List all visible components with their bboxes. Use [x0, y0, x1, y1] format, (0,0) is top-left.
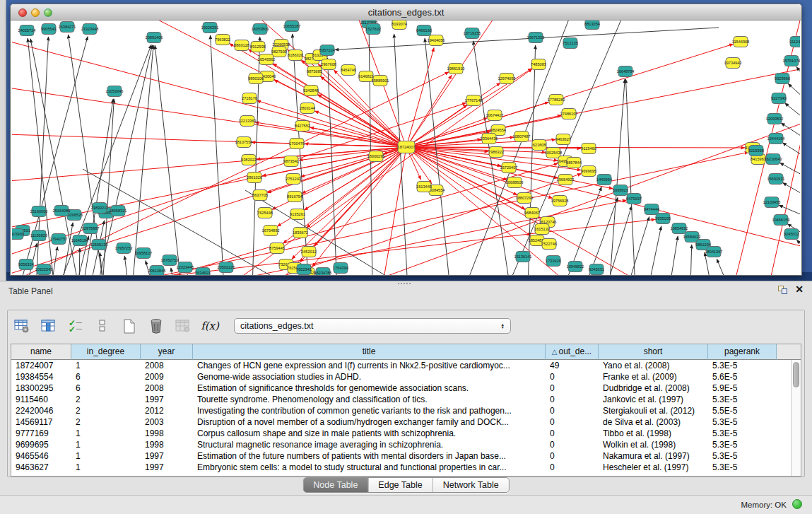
float-panel-icon[interactable]	[778, 286, 788, 295]
network-node[interactable]: 12323445	[177, 262, 194, 273]
network-node[interactable]: 9056324	[18, 259, 34, 270]
network-node[interactable]: 12444154	[767, 134, 785, 144]
table-cell[interactable]: 1997	[141, 394, 193, 405]
citation-edge-red[interactable]	[307, 147, 406, 228]
network-node[interactable]: 19734943	[724, 58, 742, 69]
table-cell[interactable]: Estimation of significance thresholds fo…	[193, 382, 546, 394]
citation-edge-black[interactable]	[155, 45, 182, 275]
table-cell[interactable]: 0	[546, 371, 599, 382]
network-node[interactable]: 9463627	[555, 134, 571, 145]
network-node[interactable]: 16234785	[314, 268, 332, 276]
table-cell[interactable]: 5.3E-5	[708, 450, 777, 462]
table-cell[interactable]: 0	[546, 439, 599, 450]
table-vertical-scrollbar[interactable]	[791, 360, 801, 476]
network-node[interactable]: 2967608	[321, 59, 336, 70]
table-cell[interactable]: 18724007	[11, 360, 71, 371]
table-cell[interactable]: 1998	[141, 428, 193, 439]
network-node[interactable]: 10854932	[671, 223, 688, 234]
network-node[interactable]: 9135261	[290, 209, 305, 220]
network-node[interactable]: 7634521	[195, 268, 211, 276]
table-row[interactable]: 977716911998Corpus callosum shape and si…	[11, 428, 791, 439]
network-node[interactable]: 6466160	[416, 25, 432, 36]
citation-edge-black[interactable]	[79, 248, 80, 275]
network-node[interactable]: 18041367	[705, 247, 723, 257]
network-node[interactable]: 16384271	[59, 22, 76, 33]
network-node[interactable]: 9115460	[581, 144, 596, 154]
network-node[interactable]: 1112480	[790, 37, 800, 47]
network-node[interactable]: 2935105	[655, 214, 671, 224]
table-cell[interactable]: Tibbo et al. (1998)	[599, 428, 708, 439]
scrollbar-thumb[interactable]	[793, 362, 799, 387]
network-node[interactable]: 8454749	[341, 65, 356, 76]
network-node[interactable]: 7986322	[488, 147, 504, 158]
network-node[interactable]: 1733426	[546, 256, 561, 267]
citation-edge-red[interactable]	[314, 111, 406, 147]
network-node[interactable]: 23364436	[481, 134, 498, 144]
network-node[interactable]: 8637705	[252, 190, 268, 201]
table-cell[interactable]: Wolkin et al. (1998)	[599, 439, 708, 450]
table-cell[interactable]: Yano et al. (2008)	[599, 360, 708, 371]
table-settings-button[interactable]	[12, 317, 32, 335]
network-node[interactable]: 11544908	[732, 37, 749, 47]
table-cell[interactable]: 2012	[141, 405, 193, 416]
network-node[interactable]: 20502226	[218, 262, 235, 273]
table-row[interactable]: 911546021997Tourette syndrome. Phenomeno…	[11, 394, 791, 405]
table-cell[interactable]: 6	[71, 371, 141, 382]
network-node[interactable]: 8215958	[748, 146, 764, 156]
network-node[interactable]: 5938923	[613, 185, 628, 196]
table-cell[interactable]: Structural magnetic resonance image aver…	[193, 439, 546, 450]
network-node[interactable]: 9827509	[271, 47, 287, 57]
table-cell[interactable]: 6	[71, 382, 141, 394]
network-node[interactable]: 12103455	[763, 197, 781, 208]
table-cell[interactable]: Estimation of the future numbers of pati…	[193, 450, 546, 462]
network-node[interactable]: 7625448	[257, 208, 273, 218]
table-cell[interactable]: 5.5E-5	[708, 405, 777, 416]
network-node[interactable]: 7652341	[296, 264, 312, 275]
table-cell[interactable]: 2008	[141, 360, 193, 371]
network-node[interactable]: 17942757	[50, 234, 68, 245]
network-node[interactable]: 19756928	[551, 196, 569, 206]
network-node[interactable]: 1527602	[365, 24, 381, 35]
network-node[interactable]: 1615132	[534, 224, 550, 235]
table-cell[interactable]: 0	[546, 428, 599, 439]
column-header-name[interactable]: name	[11, 344, 71, 360]
table-row[interactable]: 969969511998Structural magnetic resonanc…	[11, 439, 791, 450]
table-cell[interactable]: 9465546	[11, 450, 71, 462]
table-cell[interactable]: 19384554	[11, 371, 71, 382]
network-node[interactable]: 11156829	[30, 230, 47, 241]
network-node[interactable]: 9227343	[771, 93, 787, 104]
network-node[interactable]: 2452012	[301, 247, 317, 257]
delete-table-button[interactable]	[146, 317, 166, 335]
citation-edge-black[interactable]	[648, 226, 661, 275]
table-row[interactable]: 1456911722003Disruption of a novel membe…	[11, 416, 791, 428]
network-node[interactable]: 12093832	[766, 114, 784, 124]
network-node[interactable]: 7522746	[541, 239, 557, 250]
citation-edge-red[interactable]	[54, 219, 655, 275]
citation-edge-red[interactable]	[12, 147, 406, 182]
citation-edge-black[interactable]	[717, 259, 729, 275]
network-node[interactable]: 9857844	[566, 158, 582, 168]
table-cell[interactable]: 5.3E-5	[708, 462, 777, 473]
panel-resize-grip[interactable]	[398, 283, 411, 286]
network-node[interactable]: 19404056	[428, 35, 445, 46]
network-node[interactable]: 10719155	[464, 28, 481, 39]
network-node[interactable]: 12213363	[239, 116, 257, 127]
network-node[interactable]: 16671355	[527, 33, 545, 43]
network-node[interactable]: 8357224	[319, 45, 335, 56]
network-node[interactable]: 621608	[532, 140, 546, 151]
table-cell[interactable]: 5.6E-5	[708, 371, 777, 382]
network-table-select[interactable]: citations_edges.txt ▲▼	[234, 318, 511, 334]
table-cell[interactable]: 9777169	[11, 428, 71, 439]
network-node[interactable]: 16648784	[617, 66, 635, 77]
table-cell[interactable]: Hescheler et al. (1997)	[599, 462, 708, 473]
citation-edge-red[interactable]	[12, 134, 406, 147]
network-node[interactable]: 16053809	[252, 24, 269, 35]
table-row[interactable]: 946554611997Estimation of the future num…	[11, 450, 791, 462]
citation-edge-black[interactable]	[327, 58, 337, 275]
network-node[interactable]: 9890106	[248, 74, 264, 84]
network-node[interactable]: 3915900	[12, 229, 24, 240]
table-cell[interactable]: 2	[71, 416, 141, 428]
network-hub-node[interactable]: 18724007	[398, 141, 416, 153]
table-cell[interactable]: 2003	[141, 416, 193, 428]
network-node[interactable]: 12505135	[90, 240, 108, 250]
